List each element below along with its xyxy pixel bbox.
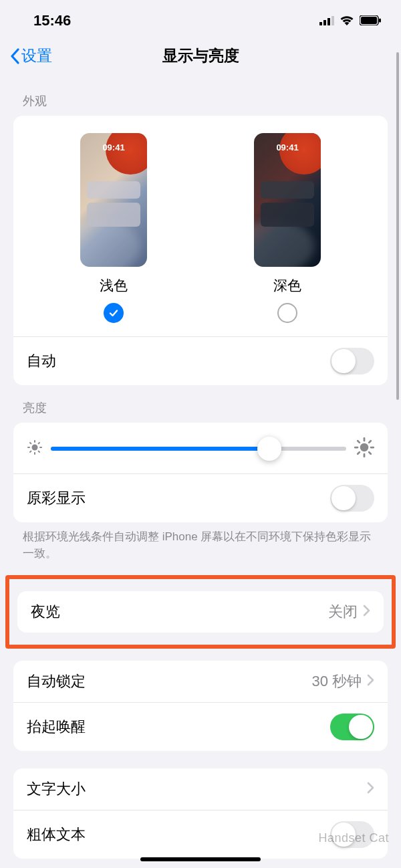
- svg-line-24: [369, 441, 371, 443]
- sun-large-icon: [354, 437, 374, 460]
- watermark: Handset Cat: [318, 831, 389, 845]
- cellular-icon: [319, 12, 334, 29]
- text-group: 文字大小 粗体文本: [13, 768, 388, 859]
- appearance-option-dark[interactable]: 09:41 深色: [254, 133, 321, 323]
- svg-line-12: [30, 443, 31, 443]
- truetone-label: 原彩显示: [27, 488, 330, 508]
- check-icon: [108, 308, 119, 318]
- chevron-right-icon: [363, 605, 370, 619]
- svg-line-23: [358, 452, 360, 454]
- raise-to-wake-row: 抬起唤醒: [13, 702, 388, 751]
- auto-lock-label: 自动锁定: [27, 671, 311, 691]
- auto-lock-value: 30 秒钟: [311, 671, 362, 691]
- svg-line-21: [358, 441, 360, 443]
- page-title: 显示与亮度: [162, 45, 239, 66]
- svg-rect-0: [319, 22, 322, 25]
- chevron-left-icon: [9, 48, 20, 64]
- text-size-row[interactable]: 文字大小: [13, 768, 388, 810]
- brightness-slider[interactable]: [51, 447, 346, 451]
- bold-text-label: 粗体文本: [27, 825, 330, 845]
- text-size-label: 文字大小: [27, 779, 367, 799]
- light-radio[interactable]: [104, 303, 124, 323]
- lock-group: 自动锁定 30 秒钟 抬起唤醒: [13, 661, 388, 751]
- section-header-appearance: 外观: [0, 78, 401, 116]
- svg-point-16: [360, 443, 369, 452]
- dark-radio[interactable]: [277, 303, 297, 323]
- highlight-box: 夜览 关闭: [5, 575, 396, 649]
- nightshift-value: 关闭: [328, 602, 358, 622]
- auto-appearance-toggle[interactable]: [330, 348, 374, 374]
- svg-point-7: [32, 445, 38, 451]
- status-time: 15:46: [33, 12, 71, 29]
- section-header-brightness: 亮度: [0, 385, 401, 423]
- svg-rect-3: [331, 16, 334, 25]
- chevron-right-icon: [367, 674, 374, 689]
- nightshift-group: 夜览 关闭: [17, 591, 384, 633]
- raise-toggle[interactable]: [330, 714, 374, 740]
- battery-icon: [360, 12, 381, 29]
- wifi-icon: [340, 12, 354, 29]
- brightness-group: 原彩显示: [13, 423, 388, 522]
- svg-line-22: [369, 452, 371, 454]
- auto-appearance-row: 自动: [13, 336, 388, 385]
- dark-preview: 09:41: [254, 133, 321, 267]
- svg-rect-6: [379, 19, 381, 23]
- truetone-footer: 根据环境光线条件自动调整 iPhone 屏幕以在不同环境下保持色彩显示一致。: [0, 522, 401, 564]
- back-button[interactable]: 设置: [9, 45, 52, 66]
- svg-rect-2: [327, 18, 330, 25]
- light-label: 浅色: [80, 276, 147, 295]
- dark-label: 深色: [254, 276, 321, 295]
- raise-label: 抬起唤醒: [27, 717, 330, 737]
- sun-small-icon: [27, 439, 43, 458]
- brightness-slider-row: [13, 423, 388, 473]
- nav-bar: 设置 显示与亮度: [0, 36, 401, 78]
- back-label: 设置: [21, 45, 52, 66]
- svg-line-15: [39, 443, 39, 443]
- truetone-toggle[interactable]: [330, 485, 374, 512]
- nightshift-label: 夜览: [31, 602, 328, 622]
- status-bar: 15:46: [0, 0, 401, 36]
- nightshift-row[interactable]: 夜览 关闭: [17, 591, 384, 633]
- truetone-row: 原彩显示: [13, 473, 388, 522]
- home-indicator[interactable]: [140, 857, 261, 861]
- svg-line-14: [30, 451, 31, 452]
- appearance-group: 09:41 浅色 09:41 深色 自动: [13, 116, 388, 385]
- appearance-option-light[interactable]: 09:41 浅色: [80, 133, 147, 323]
- svg-line-13: [39, 451, 39, 452]
- scrollbar[interactable]: [396, 52, 399, 400]
- auto-lock-row[interactable]: 自动锁定 30 秒钟: [13, 661, 388, 702]
- svg-rect-5: [361, 17, 377, 24]
- svg-rect-1: [323, 20, 326, 25]
- light-preview: 09:41: [80, 133, 147, 267]
- chevron-right-icon: [367, 782, 374, 796]
- auto-appearance-label: 自动: [27, 351, 330, 371]
